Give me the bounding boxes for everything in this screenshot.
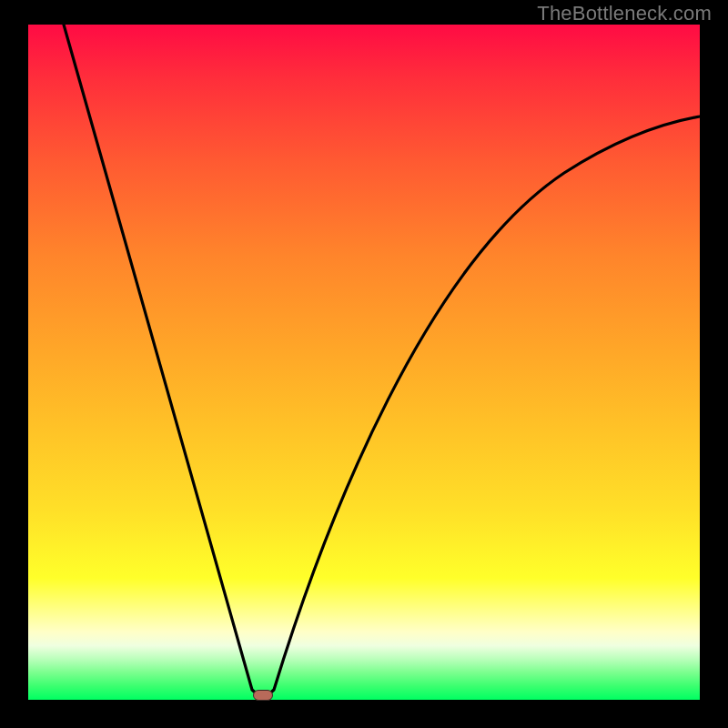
- watermark-text: TheBottleneck.com: [537, 2, 712, 25]
- chart-frame: TheBottleneck.com: [0, 0, 728, 728]
- optimum-marker: [253, 690, 273, 701]
- plot-area: [28, 25, 700, 700]
